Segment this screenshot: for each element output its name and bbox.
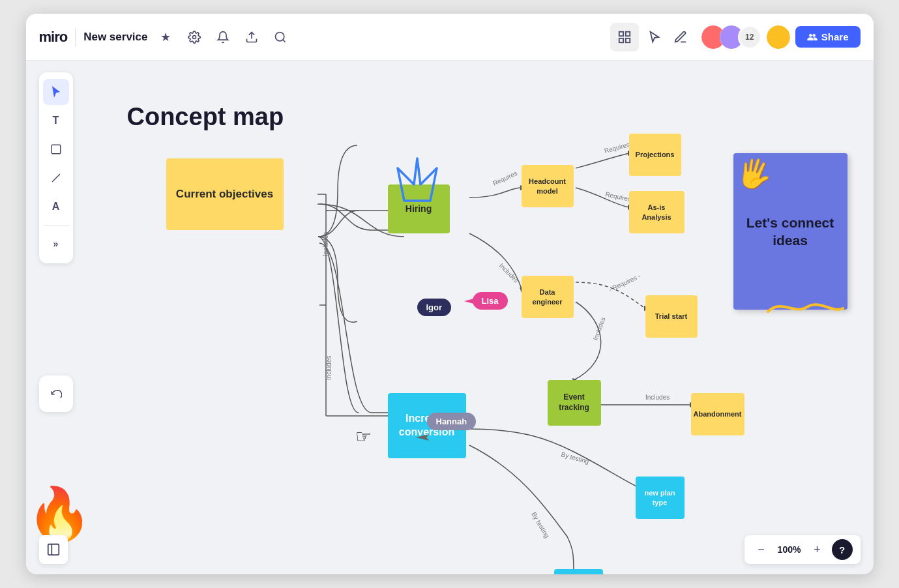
blue-sticky-text: Let's connect ideas <box>744 214 837 250</box>
sticky-new-plan-type[interactable]: new plan type <box>636 477 685 519</box>
svg-rect-4 <box>619 31 623 35</box>
sticky-event-tracking[interactable]: Event tracking <box>548 380 601 426</box>
cursor-mode-icon[interactable] <box>644 27 665 48</box>
share-label: Share <box>821 31 849 42</box>
sticky-current-objectives[interactable]: Current objectives <box>166 158 284 230</box>
sidebar-text-tool[interactable]: T <box>43 108 69 134</box>
user-label-hannah: Hannah <box>427 413 477 430</box>
canvas[interactable]: Concept map <box>26 61 874 574</box>
gray-arrow-decoration <box>416 431 429 447</box>
sidebar-bottom <box>39 375 73 412</box>
hand-cursor: ☞ <box>355 426 372 447</box>
sidebar-divider <box>43 225 69 226</box>
svg-text:Includes: Includes <box>497 262 520 284</box>
sticky-as-is-analysis[interactable]: As-is Analysis <box>629 191 685 233</box>
sticky-thirty-day-trial[interactable]: 30-day trial <box>554 569 603 574</box>
svg-rect-5 <box>626 31 630 35</box>
svg-line-9 <box>52 174 60 182</box>
avatar-stack: 12 <box>701 25 790 49</box>
svg-rect-40 <box>48 544 59 555</box>
board-container: miro New service ★ <box>26 14 874 574</box>
user-label-lisa: Lisa <box>473 292 508 310</box>
svg-point-0 <box>193 35 196 38</box>
star-icon[interactable]: ★ <box>155 27 176 48</box>
topbar-divider <box>75 28 76 46</box>
svg-text:Includes: Includes <box>645 394 670 401</box>
sidebar-tools: T A » <box>39 72 73 263</box>
yellow-squiggle <box>761 295 846 321</box>
topbar: miro New service ★ <box>26 14 874 61</box>
user-label-igor: Igor <box>417 299 452 316</box>
topbar-right: 12 Share <box>701 25 861 49</box>
zoom-out-button[interactable]: − <box>752 540 771 559</box>
avatar-count: 12 <box>738 25 761 49</box>
sidebar-font-tool[interactable]: A <box>43 194 69 220</box>
crown-decoration <box>385 149 450 216</box>
svg-text:Requires: Requires <box>492 169 518 187</box>
board-title[interactable]: New service <box>83 31 147 44</box>
svg-text:By testing: By testing <box>560 450 589 465</box>
panel-toggle-button[interactable] <box>39 535 68 564</box>
sticky-data-engineer[interactable]: Data engineer <box>522 276 574 318</box>
sticky-abandonment[interactable]: Abandonment <box>691 393 744 435</box>
svg-rect-8 <box>52 145 61 154</box>
sticky-headcount-model[interactable]: Headcount model <box>522 165 574 207</box>
upload-icon[interactable] <box>241 27 262 48</box>
sidebar-more-tool[interactable]: » <box>43 231 69 257</box>
svg-text:Requires: Requires <box>604 190 631 203</box>
topbar-center <box>610 23 691 51</box>
sidebar-cursor-tool[interactable] <box>43 79 69 105</box>
help-button[interactable]: ? <box>832 539 853 560</box>
search-icon[interactable] <box>270 27 291 48</box>
svg-marker-39 <box>416 434 429 441</box>
avatar-3 <box>767 25 790 49</box>
share-button[interactable]: Share <box>795 26 861 48</box>
zoom-level-display: 100% <box>776 544 803 555</box>
svg-text:Includes: Includes <box>591 316 606 342</box>
miro-logo: miro <box>39 29 68 46</box>
svg-text:Includes: Includes <box>322 232 329 256</box>
settings-icon[interactable] <box>184 27 205 48</box>
grid-button[interactable] <box>610 23 639 51</box>
topbar-left: miro New service ★ <box>39 27 600 48</box>
app-wrapper: miro New service ★ <box>0 0 899 588</box>
sidebar-note-tool[interactable] <box>43 136 69 162</box>
zoom-in-button[interactable]: + <box>808 540 827 559</box>
sticky-projections[interactable]: Projections <box>629 134 681 176</box>
sticky-trial-start[interactable]: Trial start <box>645 295 698 338</box>
sidebar-undo-tool[interactable] <box>43 381 69 407</box>
svg-rect-6 <box>626 38 630 42</box>
svg-text:- Requires -: - Requires - <box>608 272 641 293</box>
svg-line-3 <box>283 39 286 42</box>
pen-icon[interactable] <box>670 27 691 48</box>
connectors-svg: Includes Requires Requires Requires Incl… <box>26 61 874 574</box>
sidebar-line-tool[interactable] <box>43 165 69 191</box>
zoom-controls: − 100% + ? <box>744 535 861 564</box>
bell-icon[interactable] <box>213 27 233 48</box>
svg-text:Includes: Includes <box>325 356 332 380</box>
svg-text:By testing: By testing <box>530 511 550 540</box>
svg-rect-7 <box>619 38 623 42</box>
svg-text:Requires: Requires <box>603 141 630 154</box>
concept-map-title: Concept map <box>127 103 284 131</box>
svg-point-2 <box>276 32 284 40</box>
